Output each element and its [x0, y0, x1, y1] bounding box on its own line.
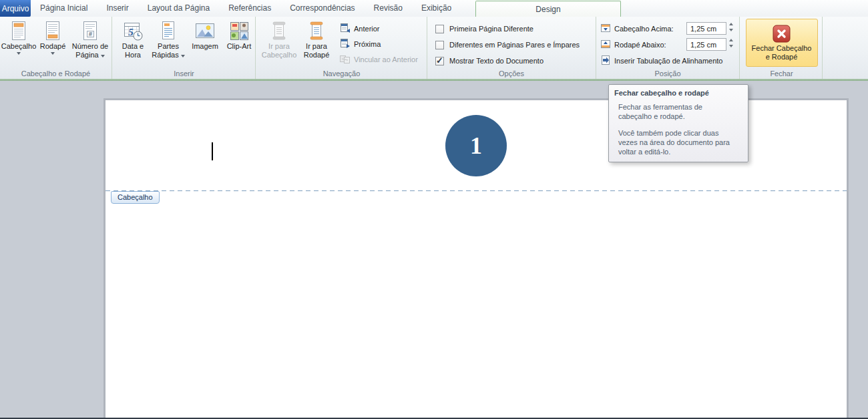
tab-revisao[interactable]: Revisão [365, 0, 412, 17]
tooltip-title: Fechar cabeçalho e rodapé [614, 89, 742, 97]
date-time-button[interactable]: 5 Data e Hora [118, 18, 148, 59]
next-icon [339, 38, 351, 50]
option-label: Diferentes em Páginas Pares e Ímpares [449, 41, 580, 49]
chevron-down-icon [101, 55, 105, 57]
chevron-down-icon [51, 52, 55, 55]
tab-referencias[interactable]: Referências [219, 0, 280, 17]
goto-header-button[interactable]: Ir para Cabeçalho [259, 18, 299, 67]
tab-layout-da-pagina[interactable]: Layout da Página [138, 0, 219, 17]
tab-strip: Página Inicial Inserir Layout da Página … [31, 0, 461, 17]
option-show-document-text[interactable]: Mostrar Texto do Documento [427, 53, 596, 69]
close-button-tooltip: Fechar cabeçalho e rodapé Fechar as ferr… [608, 84, 748, 162]
quick-parts-button[interactable]: Partes Rápidas [150, 18, 187, 59]
page-number-badge[interactable]: 1 [445, 115, 507, 176]
group-insert: 5 Data e Hora Partes Rápidas Imag [113, 17, 256, 79]
previous-button[interactable]: Anterior [339, 21, 418, 36]
page-number-button[interactable]: # Número de Página [69, 18, 112, 59]
insert-alignment-tab-button[interactable]: Inserir Tabulação de Alinhamento [596, 53, 739, 69]
group-label-insert: Inserir [113, 69, 255, 78]
footer-below-input[interactable] [686, 38, 726, 51]
header-area-tag-label: Cabeçalho [118, 193, 153, 201]
checkbox-unchecked-icon[interactable] [435, 41, 444, 49]
header-area-tag: Cabeçalho [111, 191, 160, 204]
ribbon-tab-bar: Arquivo Página Inicial Inserir Layout da… [0, 0, 868, 17]
clipart-button[interactable]: Clip-Art [223, 18, 255, 59]
tab-design-label: Design [535, 5, 560, 14]
group-close: Fechar Cabeçalho e Rodapé Fechar [741, 17, 823, 79]
footer-below-label: Rodapé Abaixo: [614, 41, 666, 49]
next-button[interactable]: Próxima [339, 36, 418, 51]
option-label: Mostrar Texto do Documento [449, 57, 544, 65]
spinner-arrows[interactable] [729, 39, 733, 47]
group-label-close: Fechar [741, 69, 822, 78]
group-header-footer: Cabeçalho Rodapé # Número de Página [0, 17, 112, 79]
group-options: Primeira Página Diferente Diferentes em … [427, 17, 596, 79]
goto-footer-button[interactable]: Ir para Rodapé [299, 18, 334, 67]
header-boundary-dashed-line [105, 190, 847, 191]
svg-text:#: # [89, 31, 92, 37]
group-position: Cabeçalho Acima: Rodapé Abaixo: Inserir … [596, 17, 740, 79]
spinner-arrows[interactable] [729, 23, 733, 31]
header-position-icon [600, 23, 611, 35]
tab-file[interactable]: Arquivo [0, 0, 31, 17]
header-above-label: Cabeçalho Acima: [614, 25, 674, 33]
quick-parts-icon [158, 19, 179, 42]
tab-pagina-inicial[interactable]: Página Inicial [31, 0, 97, 17]
footer-doc-icon [42, 19, 63, 42]
close-icon [773, 23, 791, 44]
option-label: Primeira Página Diferente [449, 25, 533, 33]
group-label-navigation: Navegação [256, 69, 427, 78]
chevron-down-icon [181, 55, 185, 57]
tab-correspondencias[interactable]: Correspondências [280, 0, 364, 17]
header-doc-icon [8, 19, 29, 42]
tab-inserir[interactable]: Inserir [97, 0, 138, 17]
alignment-tab-icon [600, 55, 611, 67]
footer-from-bottom-row: Rodapé Abaixo: [596, 37, 739, 53]
link-to-previous-button[interactable]: Vincular ao Anterior [339, 51, 418, 67]
previous-icon [339, 23, 351, 35]
header-button[interactable]: Cabeçalho [1, 18, 37, 59]
header-from-top-row: Cabeçalho Acima: [596, 21, 739, 37]
page-number-value: 1 [470, 132, 482, 160]
chevron-down-icon [17, 52, 21, 55]
group-label-options: Opções [427, 69, 596, 78]
header-above-input[interactable] [686, 22, 726, 35]
ribbon: Cabeçalho Rodapé # Número de Página [0, 17, 868, 79]
svg-text:5: 5 [128, 27, 134, 37]
close-header-footer-button[interactable]: Fechar Cabeçalho e Rodapé [746, 19, 818, 67]
picture-button[interactable]: Imagem [189, 18, 221, 59]
picture-icon [194, 19, 216, 42]
group-label-position: Posição [596, 69, 739, 78]
tab-exibicao[interactable]: Exibição [412, 0, 461, 17]
footer-button[interactable]: Rodapé [37, 18, 69, 59]
group-label-header-footer: Cabeçalho e Rodapé [0, 69, 112, 78]
option-different-first-page[interactable]: Primeira Página Diferente [427, 21, 596, 37]
footer-position-icon [600, 39, 611, 51]
option-different-odd-even[interactable]: Diferentes em Páginas Pares e Ímpares [427, 37, 596, 53]
goto-header-icon [268, 19, 290, 42]
goto-footer-icon [306, 19, 327, 42]
tooltip-body-line2: Você também pode clicar duas vezes na ár… [618, 128, 737, 156]
insert-alignment-tab-label: Inserir Tabulação de Alinhamento [614, 57, 722, 65]
clipart-icon [228, 19, 250, 42]
checkbox-checked-icon[interactable] [435, 57, 444, 65]
link-to-previous-icon [339, 53, 351, 65]
tooltip-body-line1: Fechar as ferramentas de cabeçalho e rod… [618, 102, 737, 121]
date-time-icon: 5 [122, 19, 144, 42]
tab-design-active[interactable]: Design [475, 1, 621, 17]
checkbox-unchecked-icon[interactable] [435, 25, 444, 33]
text-cursor [212, 142, 213, 160]
page-number-doc-icon: # [79, 19, 101, 42]
group-navigation: Ir para Cabeçalho Ir para Rodapé An [256, 17, 427, 79]
tab-file-label: Arquivo [2, 4, 29, 13]
